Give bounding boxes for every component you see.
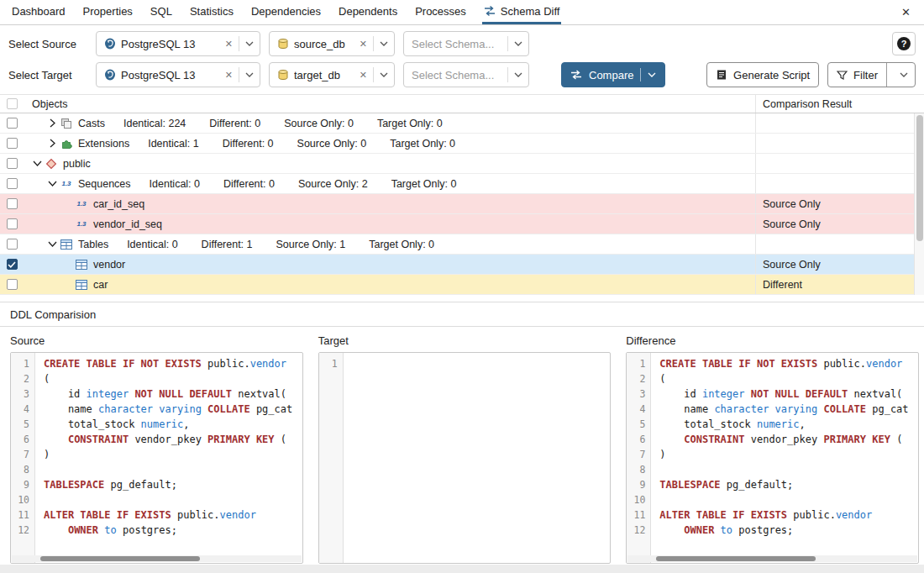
clear-icon[interactable]: ✕ [225, 70, 233, 81]
grid-header: Objects Comparison Result [0, 95, 924, 113]
page-horizontal-scrollbar[interactable] [0, 565, 924, 573]
row-checkbox[interactable] [7, 239, 18, 250]
ddl-comparison-title: DDL Comparision [10, 308, 96, 321]
column-header-result[interactable]: Comparison Result [756, 95, 924, 113]
target-server-select[interactable]: PostgreSQL 13 ✕ [96, 62, 260, 87]
compare-button[interactable]: Compare [561, 62, 665, 87]
vertical-scrollbar[interactable] [914, 113, 924, 295]
table-row[interactable]: vendorSource Only [0, 255, 924, 275]
right-actions: Generate Script Filter [706, 62, 916, 87]
target-schema-select[interactable]: Select Schema... [403, 62, 529, 87]
row-checkbox[interactable] [7, 259, 18, 270]
row-checkbox[interactable] [7, 138, 18, 149]
horizontal-scrollbar-thumb[interactable] [656, 556, 816, 561]
source-database-value: source_db [294, 38, 356, 50]
line-number-gutter: 123456789101112 [627, 353, 651, 563]
chevron-down-icon[interactable] [380, 41, 388, 46]
chevron-down-icon[interactable] [893, 72, 915, 77]
tab-dependencies[interactable]: Dependencies [249, 0, 323, 24]
target-ddl-editor[interactable]: 1 [318, 352, 612, 564]
filter-label: Filter [853, 69, 878, 81]
chevron-down-icon[interactable] [648, 72, 656, 77]
close-icon[interactable]: ✕ [898, 4, 914, 20]
tab-statistics[interactable]: Statistics [188, 0, 235, 24]
row-checkbox-cell [0, 275, 24, 294]
panel-titles: Source Target Difference [0, 327, 924, 352]
filter-button[interactable]: Filter [827, 62, 916, 87]
vertical-scrollbar-thumb[interactable] [916, 115, 923, 241]
tab-label: Processes [415, 5, 466, 18]
stat: Identical: 0 [150, 178, 200, 190]
row-checkbox[interactable] [7, 118, 18, 129]
chevron-down-icon[interactable] [245, 72, 254, 77]
table-row[interactable]: 1.3SequencesIdentical: 0Different: 0Sour… [0, 174, 924, 194]
clear-icon[interactable]: ✕ [360, 70, 367, 81]
source-ddl-editor[interactable]: 123456789101112CREATE TABLE IF NOT EXIST… [10, 352, 303, 564]
collapse-icon[interactable] [45, 181, 59, 187]
chevron-down-icon[interactable] [514, 72, 522, 77]
comparison-stats: Identical: 1Different: 0Source Only: 0Ta… [148, 138, 455, 150]
objects-cell: ExtensionsIdentical: 1Different: 0Source… [24, 134, 756, 153]
comparison-result-cell [756, 113, 924, 133]
clear-icon[interactable]: ✕ [225, 39, 233, 50]
table-row[interactable]: public [0, 154, 924, 174]
tab-properties[interactable]: Properties [81, 0, 134, 24]
horizontal-scrollbar[interactable] [627, 555, 917, 562]
difference-ddl-editor[interactable]: 123456789101112CREATE TABLE IF NOT EXIST… [626, 352, 919, 564]
ddl-comparison-header: DDL Comparision [0, 302, 924, 327]
objects-cell: public [24, 154, 756, 173]
collapse-icon[interactable] [45, 241, 59, 247]
target-database-select[interactable]: target_db ✕ [269, 62, 395, 87]
comparison-stats: Identical: 0Different: 0Source Only: 2Ta… [150, 178, 457, 190]
generate-script-label: Generate Script [733, 69, 810, 81]
row-checkbox[interactable] [7, 158, 18, 169]
row-checkbox[interactable] [7, 218, 18, 229]
stat: Different: 0 [223, 138, 274, 150]
chevron-down-icon[interactable] [245, 41, 254, 46]
table-icon [74, 260, 89, 270]
postgresql-icon [104, 38, 116, 50]
column-header-objects[interactable]: Objects [24, 95, 756, 113]
compare-arrows-icon [570, 70, 582, 80]
table-row[interactable]: TablesIdentical: 0Different: 1Source Onl… [0, 234, 924, 255]
comparison-result-cell: Source Only [756, 255, 924, 274]
source-server-select[interactable]: PostgreSQL 13 ✕ [96, 31, 260, 56]
clear-icon[interactable]: ✕ [360, 39, 367, 50]
object-label: public [63, 158, 91, 170]
tab-schema-diff[interactable]: Schema Diff [482, 0, 562, 24]
tab-processes[interactable]: Processes [413, 0, 468, 24]
stat: Different: 0 [209, 118, 260, 129]
table-row[interactable]: 1.3vendor_id_seqSource Only [0, 214, 924, 234]
expand-icon[interactable] [45, 118, 59, 128]
generate-script-button[interactable]: Generate Script [706, 62, 819, 87]
object-label: Tables [78, 239, 108, 250]
tab-dashboard[interactable]: Dashboard [10, 0, 67, 24]
row-checkbox[interactable] [7, 279, 18, 290]
horizontal-scrollbar-thumb[interactable] [40, 556, 200, 561]
comparison-stats: Identical: 224Different: 0Source Only: 0… [123, 118, 443, 129]
stat: Source Only: 1 [276, 239, 346, 250]
table-row[interactable]: 1.3car_id_seqSource Only [0, 194, 924, 214]
stat: Source Only: 2 [298, 178, 368, 190]
source-schema-select[interactable]: Select Schema... [403, 31, 529, 56]
tab-sql[interactable]: SQL [149, 0, 174, 24]
horizontal-scrollbar[interactable] [12, 555, 302, 562]
table-row[interactable]: carDifferent [0, 275, 924, 295]
row-checkbox[interactable] [7, 198, 18, 209]
code-area[interactable]: CREATE TABLE IF NOT EXISTS public.vendor… [651, 353, 918, 563]
chevron-down-icon[interactable] [380, 72, 388, 77]
code-area[interactable] [344, 353, 611, 563]
object-label: car [93, 279, 108, 291]
row-checkbox[interactable] [7, 178, 18, 189]
code-area[interactable]: CREATE TABLE IF NOT EXISTS public.vendor… [35, 353, 302, 563]
select-all-checkbox[interactable] [7, 98, 18, 109]
chevron-down-icon[interactable] [514, 41, 522, 46]
line-number-gutter: 1 [319, 353, 344, 563]
tab-dependents[interactable]: Dependents [337, 0, 399, 24]
table-row[interactable]: ExtensionsIdentical: 1Different: 0Source… [0, 134, 924, 154]
expand-icon[interactable] [45, 139, 59, 148]
help-button[interactable]: ? [892, 32, 916, 55]
table-row[interactable]: CastsIdentical: 224Different: 0Source On… [0, 113, 924, 134]
collapse-icon[interactable] [30, 160, 44, 166]
source-database-select[interactable]: source_db ✕ [269, 31, 395, 56]
